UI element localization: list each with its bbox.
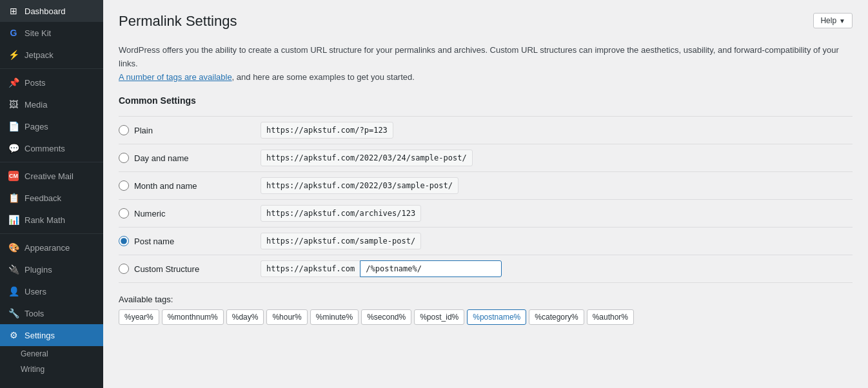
radio-month-name[interactable] (119, 180, 129, 191)
radio-plain[interactable] (119, 125, 129, 135)
permalink-settings-table: Plain https://apkstuf.com/?p=123 Day and… (119, 116, 853, 283)
tag-btn-year[interactable]: %year% (119, 309, 159, 325)
tools-icon: 🔧 (8, 307, 19, 319)
sidebar-item-label: Rank Math (25, 215, 65, 225)
sidebar-item-media[interactable]: 🖼 Media (0, 93, 103, 115)
radio-label-numeric[interactable]: Numeric (119, 208, 261, 218)
sidebar-item-feedback[interactable]: 📋 Feedback (0, 187, 103, 209)
available-tags-label: Available tags: (119, 295, 853, 304)
sidebar-subitem-writing[interactable]: Writing (0, 362, 103, 377)
custom-url-input[interactable] (360, 260, 502, 277)
setting-row-numeric: Numeric https://apkstuf.com/archives/123 (119, 199, 853, 227)
sidebar-item-creative-mail[interactable]: CM Creative Mail (0, 165, 103, 187)
comments-icon: 💬 (8, 142, 19, 154)
rank-math-icon: 📊 (8, 214, 19, 226)
custom-url-row: https://apkstuf.com (261, 260, 502, 277)
sidebar-item-label: Appearance (25, 243, 70, 253)
tag-btn-monthnum[interactable]: %monthnum% (162, 309, 224, 325)
page-description: WordPress offers you the ability to crea… (119, 44, 853, 84)
section-title: Common Settings (119, 95, 853, 106)
tag-btn-category[interactable]: %category% (529, 309, 584, 325)
sidebar-item-label: Settings (25, 331, 55, 340)
radio-label-custom[interactable]: Custom Structure (119, 264, 261, 274)
radio-custom[interactable] (119, 264, 129, 274)
sidebar-item-pages[interactable]: 📄 Pages (0, 115, 103, 137)
page-title: Permalink Settings (119, 13, 237, 30)
setting-row-day-name: Day and name https://apkstuf.com/2022/03… (119, 144, 853, 171)
radio-label-month-name[interactable]: Month and name (119, 180, 261, 191)
sidebar-item-label: Creative Mail (25, 171, 74, 181)
setting-row-month-name: Month and name https://apkstuf.com/2022/… (119, 171, 853, 199)
option-label-day-name: Day and name (134, 153, 189, 163)
subitem-label: General (21, 349, 48, 358)
users-icon: 👤 (8, 286, 19, 297)
sidebar-item-label: Feedback (25, 193, 61, 203)
option-label-custom: Custom Structure (134, 264, 199, 274)
tag-btn-hour[interactable]: %hour% (266, 309, 307, 325)
sidebar-item-label: Dashboard (25, 6, 66, 16)
main-content: Permalink Settings Help ▼ WordPress offe… (103, 0, 868, 388)
option-label-post-name: Post name (134, 237, 174, 246)
sidebar-item-settings[interactable]: ⚙ Settings (0, 324, 103, 346)
sidebar-subitem-general[interactable]: General (0, 346, 103, 362)
sidebar-item-tools[interactable]: 🔧 Tools (0, 302, 103, 324)
sidebar-divider (0, 68, 103, 69)
sidebar-item-label: Media (25, 100, 47, 110)
radio-label-post-name[interactable]: Post name (119, 236, 261, 246)
sidebar-item-dashboard[interactable]: ⊞ Dashboard (0, 0, 103, 22)
appearance-icon: 🎨 (8, 242, 19, 253)
tag-btn-post_id[interactable]: %post_id% (414, 309, 464, 325)
radio-numeric[interactable] (119, 208, 129, 218)
sidebar: ⊞ Dashboard G Site Kit ⚡ Jetpack 📌 Posts… (0, 0, 103, 388)
setting-row-custom: Custom Structure https://apkstuf.com (119, 255, 853, 283)
radio-label-day-name[interactable]: Day and name (119, 153, 261, 163)
settings-icon: ⚙ (8, 329, 19, 341)
url-month-name: https://apkstuf.com/2022/03/sample-post/ (261, 177, 459, 194)
sidebar-item-label: Pages (25, 122, 48, 131)
sidebar-item-posts[interactable]: 📌 Posts (0, 72, 103, 93)
tag-btn-second[interactable]: %second% (361, 309, 411, 325)
tags-link[interactable]: A number of tags are available (119, 72, 232, 82)
sidebar-item-appearance[interactable]: 🎨 Appearance (0, 237, 103, 258)
posts-icon: 📌 (8, 77, 19, 88)
dashboard-icon: ⊞ (8, 5, 19, 17)
help-label: Help (820, 16, 836, 25)
sidebar-item-label: Plugins (25, 265, 52, 275)
sidebar-divider-2 (0, 162, 103, 162)
custom-url-base: https://apkstuf.com (261, 260, 360, 277)
option-label-month-name: Month and name (134, 181, 197, 191)
radio-label-plain[interactable]: Plain (119, 125, 261, 135)
tag-btn-author[interactable]: %author% (587, 309, 634, 325)
sidebar-item-rank-math[interactable]: 📊 Rank Math (0, 209, 103, 231)
available-tags-section: Available tags: %year%%monthnum%%day%%ho… (119, 283, 853, 325)
sidebar-item-users[interactable]: 👤 Users (0, 280, 103, 302)
option-label-plain: Plain (134, 126, 153, 135)
tag-btn-minute[interactable]: %minute% (310, 309, 359, 325)
url-plain: https://apkstuf.com/?p=123 (261, 122, 393, 139)
feedback-icon: 📋 (8, 192, 19, 204)
sidebar-item-jetpack[interactable]: ⚡ Jetpack (0, 44, 103, 66)
help-button[interactable]: Help ▼ (813, 13, 853, 28)
subitem-label: Writing (21, 365, 44, 374)
creative-mail-icon: CM (8, 170, 19, 182)
sidebar-item-label: Site Kit (25, 28, 51, 38)
tag-btn-day[interactable]: %day% (226, 309, 264, 325)
sidebar-item-label: Jetpack (25, 50, 54, 60)
sidebar-item-comments[interactable]: 💬 Comments (0, 137, 103, 159)
url-post-name: https://apkstuf.com/sample-post/ (261, 233, 421, 249)
url-numeric: https://apkstuf.com/archives/123 (261, 205, 421, 222)
sidebar-item-label: Comments (25, 144, 65, 153)
radio-day-name[interactable] (119, 153, 129, 163)
tag-btn-postname[interactable]: %postname% (467, 309, 526, 325)
setting-row-post-name: Post name https://apkstuf.com/sample-pos… (119, 227, 853, 255)
sidebar-item-sitekit[interactable]: G Site Kit (0, 22, 103, 44)
sidebar-item-label: Posts (25, 78, 46, 88)
sidebar-item-label: Tools (25, 309, 44, 318)
media-icon: 🖼 (8, 99, 19, 110)
jetpack-icon: ⚡ (8, 49, 19, 61)
chevron-down-icon: ▼ (839, 17, 845, 24)
pages-icon: 📄 (8, 121, 19, 132)
radio-post-name[interactable] (119, 236, 129, 246)
sitekit-icon: G (8, 27, 19, 39)
sidebar-item-plugins[interactable]: 🔌 Plugins (0, 258, 103, 280)
